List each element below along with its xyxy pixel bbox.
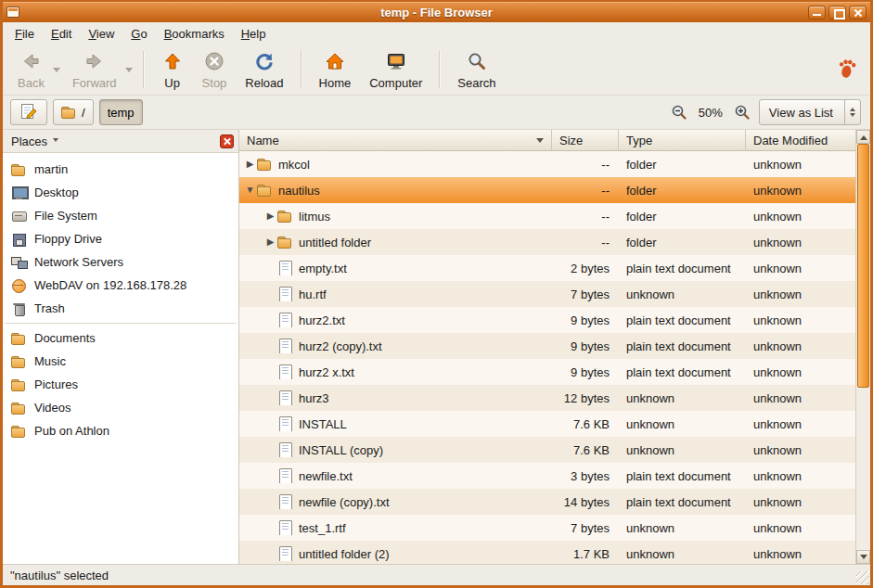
text-file-icon [277, 261, 293, 275]
type-cell: folder [619, 210, 746, 224]
table-row[interactable]: ▶litmus -- folder unknown [239, 203, 855, 229]
close-button[interactable] [849, 6, 867, 19]
table-row[interactable]: ▶INSTALL 7.6 KB unknown unknown [239, 411, 855, 437]
size-cell: 12 bytes [552, 391, 619, 405]
size-cell: -- [552, 236, 619, 249]
scroll-down-button[interactable] [856, 550, 870, 564]
title-bar[interactable]: temp - File Browser [3, 2, 870, 22]
back-arrow-icon [19, 50, 42, 75]
table-row[interactable]: ▶INSTALL (copy) 7.6 KB unknown unknown [239, 437, 855, 463]
table-row[interactable]: ▶hurz2 (copy).txt 9 bytes plain text doc… [239, 333, 855, 359]
size-cell: 14 bytes [552, 495, 619, 509]
column-header-name[interactable]: Name [239, 130, 552, 151]
table-row[interactable]: ▶empty.txt 2 bytes plain text document u… [239, 255, 855, 281]
text-file-icon [277, 364, 293, 379]
stop-button[interactable]: Stop [193, 48, 237, 92]
sidebar-item-network-servers[interactable]: Network Servers [3, 250, 238, 274]
sidebar-item-desktop[interactable]: Desktop [3, 181, 238, 204]
menu-edit[interactable]: Edit [43, 22, 80, 46]
sidebar-item-videos[interactable]: Videos [3, 396, 238, 419]
window-icon [6, 6, 19, 18]
home-button[interactable]: Home [310, 48, 361, 92]
path-current-button[interactable]: temp [99, 99, 143, 125]
menu-bookmarks[interactable]: Bookmarks [156, 22, 233, 46]
sidebar-item-floppy-drive[interactable]: Floppy Drive [3, 227, 238, 250]
sidebar-item-music[interactable]: Music [3, 350, 238, 373]
size-cell: -- [552, 184, 619, 198]
back-button[interactable]: Back [8, 48, 54, 92]
path-root-button[interactable]: / [53, 99, 94, 125]
column-header-date-modified[interactable]: Date Modified [746, 130, 855, 151]
menu-view[interactable]: View [80, 22, 122, 46]
table-row[interactable]: ▶mkcol -- folder unknown [239, 151, 855, 177]
expander-collapsed-icon[interactable]: ▶ [263, 237, 277, 247]
table-row[interactable]: ▶test_1.rtf 7 bytes unknown unknown [239, 515, 855, 541]
type-cell: unknown [619, 521, 746, 535]
date-cell: unknown [746, 469, 855, 483]
up-button[interactable]: Up [152, 48, 193, 92]
floppy-icon [11, 232, 27, 247]
table-row[interactable]: ▶hurz2 x.txt 9 bytes plain text document… [239, 359, 855, 385]
table-row[interactable]: ▶untitled folder (2) 1.7 KB unknown unkn… [239, 541, 855, 564]
zoom-out-button[interactable] [670, 101, 688, 123]
sidebar-item-file-system[interactable]: File System [3, 204, 238, 227]
reload-button[interactable]: Reload [236, 48, 292, 92]
computer-button[interactable]: Computer [360, 48, 431, 92]
type-cell: unknown [619, 288, 746, 301]
resize-grip[interactable] [856, 571, 869, 584]
table-row[interactable]: ▶newfile.txt 3 bytes plain text document… [239, 463, 855, 489]
table-row[interactable]: ▶hu.rtf 7 bytes unknown unknown [239, 281, 855, 307]
menu-bar: File Edit View Go Bookmarks Help [3, 22, 870, 46]
zoom-in-button[interactable] [733, 101, 751, 123]
sidebar-item-webdav[interactable]: WebDAV on 192.168.178.28 [3, 274, 238, 297]
menu-file[interactable]: File [6, 22, 43, 46]
view-selector[interactable]: View as List [759, 99, 861, 125]
file-name: newfile (copy).txt [299, 495, 390, 509]
content-area: Places martin Desktop File System [3, 130, 870, 564]
reload-icon [253, 50, 276, 75]
folder-icon [11, 377, 27, 392]
sidebar-item-martin[interactable]: martin [3, 158, 238, 181]
date-cell: unknown [746, 288, 855, 301]
file-name: INSTALL (copy) [299, 443, 383, 457]
sidebar-item-trash[interactable]: Trash [3, 297, 238, 320]
toggle-location-entry-button[interactable] [10, 99, 47, 125]
column-header-size[interactable]: Size [552, 130, 619, 151]
table-row[interactable]: ▶untitled folder -- folder unknown [239, 229, 855, 255]
file-name: hu.rtf [299, 288, 327, 301]
vertical-scrollbar[interactable] [855, 130, 870, 564]
scroll-up-button[interactable] [856, 130, 870, 144]
menu-go[interactable]: Go [122, 22, 155, 46]
folder-icon [277, 235, 293, 249]
size-cell: -- [552, 158, 619, 172]
sidebar-item-pictures[interactable]: Pictures [3, 373, 238, 396]
places-list: martin Desktop File System Floppy Drive … [3, 153, 238, 564]
sidebar-item-documents[interactable]: Documents [3, 326, 238, 350]
column-header-type[interactable]: Type [619, 130, 746, 151]
table-row[interactable]: ▶hurz2.txt 9 bytes plain text document u… [239, 307, 855, 333]
size-cell: -- [552, 210, 619, 224]
scrollbar-track[interactable] [856, 144, 870, 550]
type-cell: plain text document [619, 262, 746, 275]
forward-button[interactable]: Forward [63, 48, 126, 92]
home-folder-icon [11, 162, 27, 177]
back-history-dropdown[interactable] [50, 52, 63, 87]
table-row-selected[interactable]: ▼nautilus -- folder unknown [239, 177, 855, 203]
expander-expanded-icon[interactable]: ▼ [243, 185, 257, 195]
maximize-button[interactable] [828, 6, 846, 19]
expander-collapsed-icon[interactable]: ▶ [263, 211, 277, 221]
search-button[interactable]: Search [448, 48, 505, 92]
menu-help[interactable]: Help [233, 22, 275, 46]
view-controls: 50% View as List [670, 99, 861, 125]
table-row[interactable]: ▶hurz3 12 bytes unknown unknown [239, 385, 855, 411]
sidebar-item-pub-on-athlon[interactable]: Pub on Athlon [3, 419, 238, 442]
scrollbar-thumb[interactable] [857, 144, 869, 388]
minimize-button[interactable] [808, 6, 826, 19]
forward-history-dropdown[interactable] [122, 52, 135, 87]
file-name: INSTALL [299, 417, 347, 431]
expander-collapsed-icon[interactable]: ▶ [243, 160, 257, 169]
file-name: hurz2 x.txt [299, 365, 354, 379]
sidebar-pane-selector[interactable]: Places [11, 134, 58, 148]
table-row[interactable]: ▶newfile (copy).txt 14 bytes plain text … [239, 489, 855, 515]
sidebar-close-button[interactable] [220, 134, 234, 148]
